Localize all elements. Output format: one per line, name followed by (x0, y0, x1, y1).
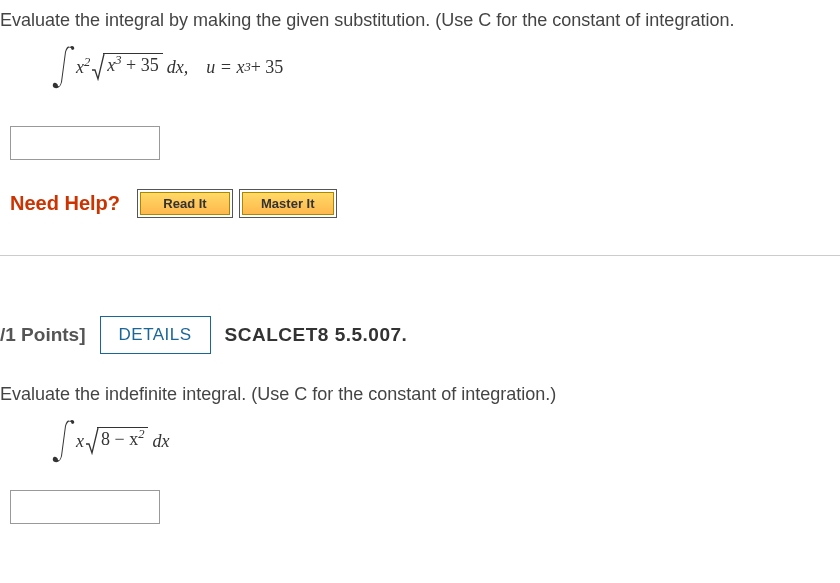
points-label: /1 Points] (0, 324, 86, 346)
master-it-button[interactable]: Master It (242, 192, 333, 215)
details-button[interactable]: DETAILS (100, 316, 211, 354)
section-divider (0, 255, 840, 256)
need-help-label: Need Help? (10, 192, 120, 215)
reference-code: SCALCET8 5.5.007. (225, 324, 408, 346)
q1-prompt: Evaluate the integral by making the give… (0, 10, 840, 31)
integral-sign-icon (50, 43, 78, 91)
integral-sign-icon (50, 417, 78, 465)
q1-integral: x2 x3 + 35 dx, u = x3 + 35 (0, 43, 840, 91)
q1-answer-input[interactable] (10, 126, 160, 160)
sqrt-icon (85, 427, 99, 455)
sqrt-icon (91, 53, 105, 81)
q2-integral: x 8 − x2 dx (0, 417, 840, 465)
read-it-button[interactable]: Read It (140, 192, 230, 215)
q2-prompt: Evaluate the indefinite integral. (Use C… (0, 384, 840, 405)
q2-answer-input[interactable] (10, 490, 160, 524)
